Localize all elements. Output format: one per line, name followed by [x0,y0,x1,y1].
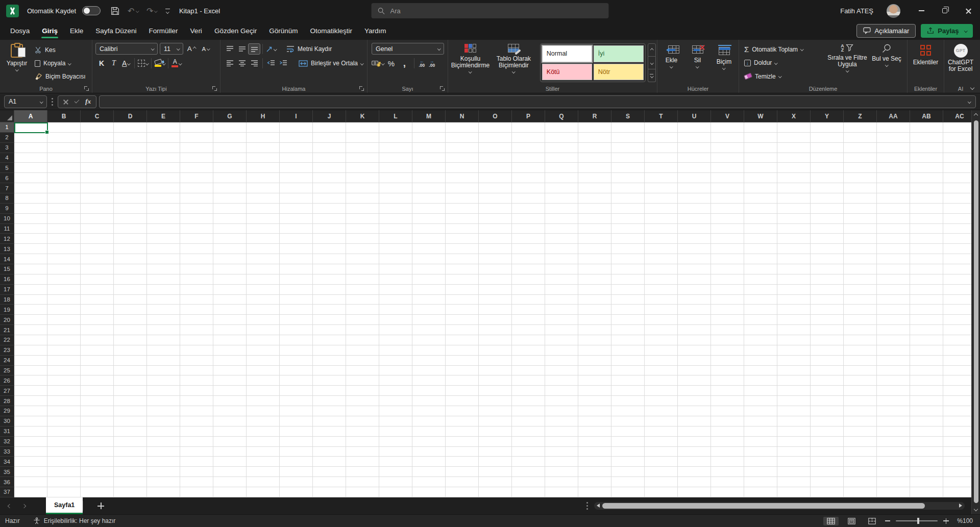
zoom-in-button[interactable] [943,518,949,524]
share-button[interactable]: Paylaş [921,24,973,38]
row-header-24[interactable]: 24 [0,356,14,366]
horizontal-scrollbar[interactable] [584,500,965,511]
align-right-button[interactable] [248,58,260,69]
column-header-N[interactable]: N [446,110,479,122]
menu-tab-5[interactable]: Veri [184,21,208,40]
menu-tab-0[interactable]: Dosya [4,21,36,40]
cut-button[interactable]: Kes [33,44,88,56]
row-header-1[interactable]: 1 [0,122,14,133]
grid-row-26[interactable] [14,375,980,386]
column-header-Y[interactable]: Y [811,110,844,122]
bold-button[interactable]: K [95,58,108,69]
autosum-button[interactable]: Σ Otomatik Toplam [742,44,823,55]
grid-row-12[interactable] [14,234,980,244]
grid-row-25[interactable] [14,366,980,376]
format-as-table-button[interactable]: Tablo Olarak Biçimlendir [492,41,536,84]
grid-row-11[interactable] [14,224,980,234]
copy-button[interactable]: Kopyala [33,58,88,69]
grid-row-24[interactable] [14,356,980,366]
clipboard-dialog-launcher[interactable] [84,86,89,91]
scroll-left-icon[interactable] [597,504,600,508]
column-header-E[interactable]: E [147,110,180,122]
next-sheet-button[interactable] [22,504,26,508]
row-header-31[interactable]: 31 [0,426,14,437]
horizontal-scroll-track[interactable] [594,502,965,510]
grid-row-29[interactable] [14,406,980,416]
row-header-29[interactable]: 29 [0,406,14,416]
grid-row-37[interactable] [14,487,980,497]
column-header-T[interactable]: T [645,110,678,122]
row-header-30[interactable]: 30 [0,416,14,426]
row-header-9[interactable]: 9 [0,204,14,214]
zoom-slider[interactable] [896,520,938,521]
orientation-button[interactable] [265,43,277,55]
row-header-25[interactable]: 25 [0,366,14,376]
font-size-select[interactable]: 11 [160,43,183,55]
grid-row-14[interactable] [14,254,980,264]
grid-row-5[interactable] [14,163,980,173]
comments-button[interactable]: Açıklamalar [856,24,916,38]
grid-row-13[interactable] [14,244,980,254]
redo-button[interactable]: ↷ [146,6,157,16]
menu-tab-2[interactable]: Ekle [64,21,89,40]
column-header-P[interactable]: P [512,110,545,122]
row-header-13[interactable]: 13 [0,244,14,254]
cell-style-0[interactable]: Normal [542,45,592,62]
row-header-14[interactable]: 14 [0,254,14,264]
grid-row-1[interactable] [14,122,980,133]
column-header-R[interactable]: R [578,110,611,122]
increase-indent-button[interactable] [277,58,289,69]
cell-style-3[interactable]: Nötr [594,64,644,81]
select-all-button[interactable] [0,110,14,122]
grid-row-9[interactable] [14,204,980,214]
accessibility-status[interactable]: Erişilebilirlik: Her şey hazır [33,517,116,524]
grid-row-23[interactable] [14,345,980,356]
menu-tab-1[interactable]: Giriş [36,21,64,40]
zoom-out-button[interactable] [885,520,890,521]
grid-row-4[interactable] [14,153,980,163]
zoom-slider-thumb[interactable] [917,518,919,524]
row-header-36[interactable]: 36 [0,477,14,487]
font-family-select[interactable]: Calibri [95,43,158,55]
grid-row-6[interactable] [14,173,980,183]
sheet-tab-0[interactable]: Sayfa1 [46,497,83,514]
user-name[interactable]: Fatih ATEŞ [840,7,873,15]
styles-gallery-up-button[interactable] [648,43,656,57]
close-button[interactable] [957,0,980,21]
row-header-34[interactable]: 34 [0,457,14,467]
row-header-6[interactable]: 6 [0,173,14,183]
column-header-S[interactable]: S [611,110,645,122]
row-header-4[interactable]: 4 [0,153,14,163]
grid-row-33[interactable] [14,447,980,457]
column-header-V[interactable]: V [711,110,744,122]
row-header-19[interactable]: 19 [0,305,14,315]
column-header-M[interactable]: M [412,110,446,122]
column-header-K[interactable]: K [346,110,379,122]
quick-access-customize-icon[interactable] [165,9,170,13]
find-select-button[interactable]: Bul ve Seç [872,41,901,84]
align-bottom-button[interactable] [248,43,260,55]
underline-button[interactable]: A [120,58,132,69]
row-header-2[interactable]: 2 [0,133,14,143]
grid-row-16[interactable] [14,274,980,285]
menu-tab-7[interactable]: Görünüm [263,21,304,40]
column-header-F[interactable]: F [180,110,213,122]
menu-tab-9[interactable]: Yardım [358,21,393,40]
comma-style-button[interactable]: , [399,58,411,69]
undo-button[interactable]: ↶ [128,6,138,16]
row-header-10[interactable]: 10 [0,214,14,224]
view-page-layout-button[interactable] [844,517,859,525]
italic-button[interactable]: T [108,58,120,69]
format-painter-button[interactable]: Biçim Boyacısı [33,71,88,82]
row-header-23[interactable]: 23 [0,345,14,356]
grid-row-22[interactable] [14,335,980,345]
row-header-28[interactable]: 28 [0,396,14,406]
column-header-I[interactable]: I [280,110,313,122]
conditional-formatting-button[interactable]: Koşullu Biçimlendirme [449,41,492,84]
restore-button[interactable] [933,0,957,21]
row-header-17[interactable]: 17 [0,285,14,295]
increase-decimal-button[interactable]: ← .00 [418,59,427,68]
fill-color-button[interactable] [154,58,166,69]
grid-row-31[interactable] [14,426,980,437]
name-box[interactable]: A1 [4,95,47,108]
